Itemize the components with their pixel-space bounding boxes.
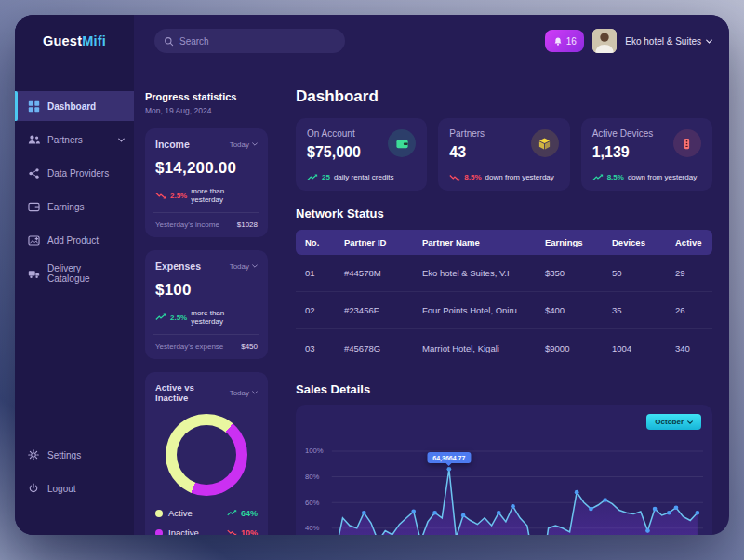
divider <box>153 212 259 213</box>
cell-partner-id: #44578M <box>335 268 413 278</box>
sidebar-item-settings[interactable]: Settings <box>15 440 134 470</box>
legend-label: Inactive <box>168 527 199 535</box>
income-footer-value: $1028 <box>237 220 258 229</box>
table-row[interactable]: 01 #44578M Eko hotel & Suites, V.I $350 … <box>296 255 712 292</box>
sidebar-item-partners[interactable]: Partners <box>15 125 134 154</box>
search-input[interactable] <box>179 36 336 47</box>
cell-devices: 1004 <box>603 343 666 353</box>
sidebar-item-dashboard[interactable]: Dashboard <box>15 91 134 121</box>
chevron-down-icon <box>252 142 258 146</box>
sales-chart-panel: October 100%80%60%40% 64,3664.77 <box>296 405 712 535</box>
active-inactive-card: Active vs Inactive Today Active <box>145 372 268 535</box>
gear-icon <box>28 449 40 461</box>
inactive-dot <box>155 529 163 536</box>
cell-partner-id: #45678G <box>335 343 413 353</box>
month-dropdown[interactable]: October <box>646 414 701 430</box>
legend-value: 64% <box>241 509 258 518</box>
cell-active: 340 <box>666 343 712 353</box>
expenses-amount: $100 <box>155 281 258 300</box>
legend-value: 10% <box>241 528 258 536</box>
donut-legend: Active 64% Inactive 10% <box>155 508 258 535</box>
avatar[interactable] <box>592 29 617 53</box>
period-label: Today <box>230 262 249 271</box>
table-row[interactable]: 03 #45678G Marriot Hotel, Kigali $9000 1… <box>296 329 712 367</box>
chevron-down-icon <box>118 138 125 142</box>
income-title: Income <box>155 139 190 150</box>
sidebar-item-label: Partners <box>47 135 83 145</box>
period-label: Today <box>230 140 249 149</box>
income-amount: $14,200.00 <box>155 159 258 178</box>
chevron-down-icon <box>252 264 258 268</box>
donut-chart <box>166 414 247 496</box>
col-no: No. <box>296 237 335 247</box>
wallet-icon <box>28 201 40 213</box>
trend-up-icon <box>307 174 318 181</box>
trend-up-icon <box>227 510 237 516</box>
legend-item-inactive: Inactive 10% <box>155 527 258 535</box>
stat-cards-row: On Account $75,000 25 daily rental credi… <box>296 118 712 191</box>
income-footer-label: Yesterday's income <box>155 220 219 229</box>
page-title: Dashboard <box>296 87 712 106</box>
cell-earnings: $9000 <box>536 343 603 353</box>
header-right: 16 Eko hotel & Suites <box>545 29 729 53</box>
svg-text:60%: 60% <box>305 499 320 507</box>
period-label: Today <box>230 389 249 397</box>
notifications-button[interactable]: 16 <box>545 30 584 52</box>
sidebar-item-label: Delivery Catalogue <box>47 263 125 284</box>
cell-active: 26 <box>666 305 712 315</box>
cell-partner-name: Marriot Hotel, Kigali <box>413 343 536 353</box>
data-providers-icon <box>28 167 40 180</box>
card-foot-text: daily rental credits <box>334 173 393 181</box>
expenses-footer-label: Yesterday's expense <box>155 342 223 351</box>
income-trend-value: 2.5% <box>170 192 187 200</box>
cell-no: 02 <box>296 305 335 315</box>
cell-partner-id: #23456F <box>335 305 413 315</box>
sidebar-item-label: Data Providers <box>47 168 109 179</box>
expenses-period-dropdown[interactable]: Today <box>230 262 258 271</box>
cube-icon <box>531 129 559 157</box>
income-card: Income Today $14,200.00 2.5% more than y… <box>145 128 268 237</box>
sidebar-item-label: Settings <box>47 450 81 460</box>
partners-card: Partners 43 8.5% down from yesterday <box>438 118 569 191</box>
trend-up-icon <box>592 174 604 181</box>
account-menu[interactable]: Eko hotel & Suites <box>625 36 712 47</box>
cell-active: 29 <box>666 268 712 278</box>
income-period-dropdown[interactable]: Today <box>230 140 258 149</box>
sidebar-item-label: Add Product <box>47 235 99 246</box>
bell-icon <box>553 36 563 47</box>
card-foot-value: 8.5% <box>464 173 481 181</box>
cell-no: 01 <box>296 268 335 278</box>
truck-icon <box>28 268 40 280</box>
brand-mifi: Mifi <box>82 33 106 48</box>
chart-tooltip: 64,3664.77 <box>427 452 471 463</box>
legend-item-active: Active 64% <box>155 508 258 518</box>
sidebar-item-add-product[interactable]: Add Product <box>15 225 134 255</box>
dashboard-icon <box>28 100 40 113</box>
active-devices-card: Active Devices 1,139 8.5% down from yest… <box>581 118 712 191</box>
progress-date: Mon, 19 Aug, 2024 <box>145 106 268 115</box>
on-account-card: On Account $75,000 25 daily rental credi… <box>296 118 427 191</box>
sidebar-item-delivery-catalogue[interactable]: Delivery Catalogue <box>15 259 134 288</box>
sales-details-title: Sales Details <box>296 382 712 396</box>
trend-down-icon <box>227 529 237 535</box>
partners-icon <box>28 134 40 146</box>
expenses-trend-text: more than yesterday <box>191 309 258 326</box>
sidebar-item-logout[interactable]: Logout <box>15 473 134 503</box>
sidebar-item-data-providers[interactable]: Data Providers <box>15 158 134 188</box>
cell-devices: 50 <box>603 268 666 278</box>
progress-statistics-panel: Progress statistics Mon, 19 Aug, 2024 In… <box>134 67 279 535</box>
sidebar: Dashboard Partners Data Providers <box>15 67 134 535</box>
svg-text:100%: 100% <box>305 447 324 456</box>
power-icon <box>28 483 40 495</box>
trend-down-icon <box>449 174 460 181</box>
income-trend-text: more than yesterday <box>191 187 258 204</box>
cell-partner-name: Four Points Hotel, Oniru <box>413 305 536 315</box>
cell-devices: 35 <box>603 305 666 315</box>
search-bar[interactable] <box>154 29 345 53</box>
donut-card-title: Active vs Inactive <box>155 382 230 403</box>
logo: GuestMifi <box>15 15 134 67</box>
sidebar-item-earnings[interactable]: Earnings <box>15 192 134 221</box>
table-row[interactable]: 02 #23456F Four Points Hotel, Oniru $400… <box>296 292 712 329</box>
donut-period-dropdown[interactable]: Today <box>230 389 258 397</box>
table-header: No. Partner ID Partner Name Earnings Dev… <box>296 230 712 255</box>
